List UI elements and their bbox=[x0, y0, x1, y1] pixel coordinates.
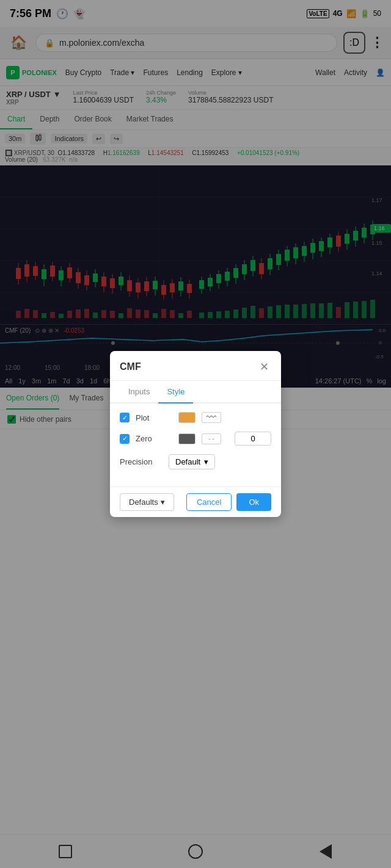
precision-dropdown-icon: ▾ bbox=[204, 457, 208, 466]
precision-row: Precision Default ▾ bbox=[120, 454, 271, 469]
zero-value-input[interactable] bbox=[235, 432, 271, 446]
modal-close-button[interactable]: ✕ bbox=[257, 360, 271, 374]
modal-header: CMF ✕ bbox=[110, 351, 281, 381]
cancel-button[interactable]: Cancel bbox=[186, 493, 232, 511]
precision-select[interactable]: Default ▾ bbox=[169, 454, 215, 469]
zero-line-style-btn[interactable]: - - bbox=[202, 433, 221, 444]
modal-tab-style[interactable]: Style bbox=[158, 381, 193, 403]
plot-checkbox[interactable]: ✓ bbox=[120, 413, 130, 422]
zero-checkbox[interactable]: ✓ bbox=[120, 434, 130, 444]
precision-label: Precision bbox=[120, 457, 163, 466]
modal-body: ✓ Plot 〰 ✓ Zero - - Precision Default ▾ bbox=[110, 403, 281, 486]
footer-action-buttons: Cancel Ok bbox=[186, 493, 271, 511]
plot-line-style-btn[interactable]: 〰 bbox=[202, 412, 221, 423]
plot-label: Plot bbox=[136, 413, 172, 422]
modal-footer: Defaults ▾ Cancel Ok bbox=[110, 486, 281, 517]
zero-color-swatch[interactable] bbox=[178, 433, 196, 444]
plot-row: ✓ Plot 〰 bbox=[120, 412, 271, 423]
modal-sub-tabs: Inputs Style bbox=[110, 381, 281, 403]
modal-overlay: CMF ✕ Inputs Style ✓ Plot 〰 ✓ Zero - - bbox=[0, 0, 391, 868]
modal-title: CMF bbox=[120, 361, 141, 372]
zero-label: Zero bbox=[136, 434, 172, 443]
defaults-dropdown-icon: ▾ bbox=[161, 497, 165, 507]
ok-button[interactable]: Ok bbox=[236, 493, 271, 511]
cmf-style-modal: CMF ✕ Inputs Style ✓ Plot 〰 ✓ Zero - - bbox=[110, 351, 281, 517]
modal-tab-inputs[interactable]: Inputs bbox=[120, 381, 158, 403]
plot-color-swatch[interactable] bbox=[178, 412, 196, 423]
zero-row: ✓ Zero - - bbox=[120, 432, 271, 446]
defaults-button[interactable]: Defaults ▾ bbox=[120, 493, 174, 511]
